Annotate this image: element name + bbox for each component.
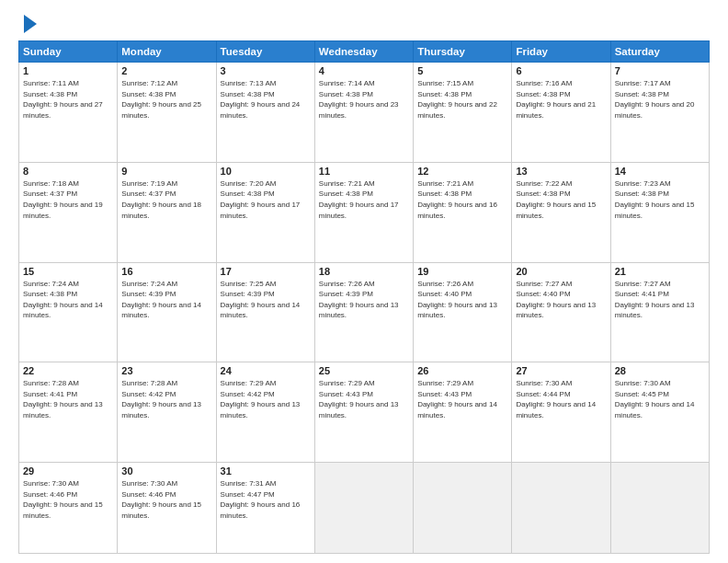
day-info: Sunrise: 7:17 AMSunset: 4:38 PMDaylight:… [615, 79, 695, 120]
page: SundayMondayTuesdayWednesdayThursdayFrid… [0, 0, 728, 563]
day-info: Sunrise: 7:26 AMSunset: 4:39 PMDaylight:… [319, 280, 399, 320]
calendar-cell: 18 Sunrise: 7:26 AMSunset: 4:39 PMDaylig… [314, 262, 413, 362]
calendar-cell: 12 Sunrise: 7:21 AMSunset: 4:38 PMDaylig… [414, 162, 512, 262]
day-number: 28 [615, 365, 705, 376]
day-info: Sunrise: 7:22 AMSunset: 4:38 PMDaylight:… [516, 179, 596, 220]
day-number: 27 [516, 365, 606, 376]
calendar-cell: 10 Sunrise: 7:20 AMSunset: 4:38 PMDaylig… [216, 162, 314, 262]
calendar-week-row: 29 Sunrise: 7:30 AMSunset: 4:46 PMDaylig… [19, 463, 710, 554]
calendar-week-row: 1 Sunrise: 7:11 AMSunset: 4:38 PMDayligh… [19, 63, 710, 163]
day-number: 22 [23, 365, 113, 376]
logo [18, 15, 37, 33]
calendar-week-row: 22 Sunrise: 7:28 AMSunset: 4:41 PMDaylig… [19, 362, 710, 463]
day-number: 31 [221, 465, 311, 477]
calendar-cell [414, 463, 512, 554]
day-info: Sunrise: 7:15 AMSunset: 4:38 PMDaylight:… [417, 79, 497, 120]
day-info: Sunrise: 7:30 AMSunset: 4:44 PMDaylight:… [516, 379, 596, 419]
calendar-cell: 21 Sunrise: 7:27 AMSunset: 4:41 PMDaylig… [610, 262, 709, 362]
calendar-table: SundayMondayTuesdayWednesdayThursdayFrid… [18, 40, 710, 554]
calendar-cell: 31 Sunrise: 7:31 AMSunset: 4:47 PMDaylig… [216, 463, 314, 554]
day-number: 2 [121, 65, 211, 76]
day-number: 10 [221, 166, 311, 177]
calendar-cell: 25 Sunrise: 7:29 AMSunset: 4:43 PMDaylig… [314, 362, 413, 463]
day-info: Sunrise: 7:20 AMSunset: 4:38 PMDaylight:… [221, 179, 301, 220]
calendar-cell: 7 Sunrise: 7:17 AMSunset: 4:38 PMDayligh… [610, 63, 709, 163]
day-info: Sunrise: 7:13 AMSunset: 4:38 PMDaylight:… [221, 79, 301, 120]
calendar-cell: 16 Sunrise: 7:24 AMSunset: 4:39 PMDaylig… [118, 262, 216, 362]
day-number: 19 [417, 266, 507, 277]
day-info: Sunrise: 7:25 AMSunset: 4:39 PMDaylight:… [221, 280, 301, 320]
day-info: Sunrise: 7:14 AMSunset: 4:38 PMDaylight:… [319, 79, 399, 120]
day-info: Sunrise: 7:27 AMSunset: 4:40 PMDaylight:… [516, 280, 596, 320]
calendar-cell: 27 Sunrise: 7:30 AMSunset: 4:44 PMDaylig… [512, 362, 610, 463]
day-number: 11 [319, 166, 409, 177]
day-info: Sunrise: 7:16 AMSunset: 4:38 PMDaylight:… [516, 79, 596, 120]
day-number: 8 [23, 166, 113, 177]
calendar-header-tuesday: Tuesday [216, 41, 314, 63]
calendar-cell: 5 Sunrise: 7:15 AMSunset: 4:38 PMDayligh… [414, 63, 512, 163]
day-info: Sunrise: 7:30 AMSunset: 4:46 PMDaylight:… [121, 479, 201, 520]
day-number: 25 [319, 365, 409, 376]
day-info: Sunrise: 7:19 AMSunset: 4:37 PMDaylight:… [121, 179, 201, 220]
day-number: 26 [417, 365, 507, 376]
day-info: Sunrise: 7:18 AMSunset: 4:37 PMDaylight:… [23, 179, 103, 220]
day-number: 18 [319, 266, 409, 277]
calendar-header-thursday: Thursday [414, 41, 512, 63]
day-number: 24 [221, 365, 311, 376]
day-number: 12 [417, 166, 507, 177]
calendar-cell: 30 Sunrise: 7:30 AMSunset: 4:46 PMDaylig… [118, 463, 216, 554]
day-info: Sunrise: 7:27 AMSunset: 4:41 PMDaylight:… [615, 280, 695, 320]
day-number: 9 [121, 166, 211, 177]
day-number: 17 [221, 266, 311, 277]
day-info: Sunrise: 7:29 AMSunset: 4:42 PMDaylight:… [221, 379, 301, 419]
calendar-cell [610, 463, 709, 554]
logo-triangle-icon [24, 15, 37, 33]
calendar-week-row: 8 Sunrise: 7:18 AMSunset: 4:37 PMDayligh… [19, 162, 710, 262]
calendar-cell: 24 Sunrise: 7:29 AMSunset: 4:42 PMDaylig… [216, 362, 314, 463]
day-number: 1 [23, 65, 113, 76]
calendar-cell: 2 Sunrise: 7:12 AMSunset: 4:38 PMDayligh… [118, 63, 216, 163]
calendar-cell [314, 463, 413, 554]
day-info: Sunrise: 7:12 AMSunset: 4:38 PMDaylight:… [121, 79, 201, 120]
day-info: Sunrise: 7:24 AMSunset: 4:39 PMDaylight:… [121, 280, 201, 320]
day-number: 4 [319, 65, 409, 76]
header [18, 15, 710, 33]
day-number: 5 [417, 65, 507, 76]
calendar-cell [512, 463, 610, 554]
calendar-cell: 14 Sunrise: 7:23 AMSunset: 4:38 PMDaylig… [610, 162, 709, 262]
calendar-header-saturday: Saturday [610, 41, 709, 63]
day-info: Sunrise: 7:29 AMSunset: 4:43 PMDaylight:… [417, 379, 497, 419]
day-info: Sunrise: 7:30 AMSunset: 4:46 PMDaylight:… [23, 479, 103, 520]
calendar-header-sunday: Sunday [19, 41, 118, 63]
day-info: Sunrise: 7:30 AMSunset: 4:45 PMDaylight:… [615, 379, 695, 419]
calendar-cell: 9 Sunrise: 7:19 AMSunset: 4:37 PMDayligh… [118, 162, 216, 262]
day-info: Sunrise: 7:11 AMSunset: 4:38 PMDaylight:… [23, 79, 103, 120]
calendar-cell: 6 Sunrise: 7:16 AMSunset: 4:38 PMDayligh… [512, 63, 610, 163]
calendar-cell: 1 Sunrise: 7:11 AMSunset: 4:38 PMDayligh… [19, 63, 118, 163]
calendar-week-row: 15 Sunrise: 7:24 AMSunset: 4:38 PMDaylig… [19, 262, 710, 362]
calendar-cell: 23 Sunrise: 7:28 AMSunset: 4:42 PMDaylig… [118, 362, 216, 463]
calendar-header-row: SundayMondayTuesdayWednesdayThursdayFrid… [19, 41, 710, 63]
calendar-header-monday: Monday [118, 41, 216, 63]
day-info: Sunrise: 7:24 AMSunset: 4:38 PMDaylight:… [23, 280, 103, 320]
calendar-cell: 11 Sunrise: 7:21 AMSunset: 4:38 PMDaylig… [314, 162, 413, 262]
day-number: 6 [516, 65, 606, 76]
calendar-body: 1 Sunrise: 7:11 AMSunset: 4:38 PMDayligh… [19, 63, 710, 554]
day-info: Sunrise: 7:26 AMSunset: 4:40 PMDaylight:… [417, 280, 497, 320]
day-number: 21 [615, 266, 705, 277]
day-info: Sunrise: 7:28 AMSunset: 4:42 PMDaylight:… [121, 379, 201, 419]
day-number: 7 [615, 65, 705, 76]
day-number: 29 [23, 465, 113, 477]
day-info: Sunrise: 7:23 AMSunset: 4:38 PMDaylight:… [615, 179, 695, 220]
day-number: 30 [121, 465, 211, 477]
calendar-cell: 20 Sunrise: 7:27 AMSunset: 4:40 PMDaylig… [512, 262, 610, 362]
day-info: Sunrise: 7:21 AMSunset: 4:38 PMDaylight:… [417, 179, 497, 220]
calendar-cell: 29 Sunrise: 7:30 AMSunset: 4:46 PMDaylig… [19, 463, 118, 554]
day-number: 13 [516, 166, 606, 177]
calendar-cell: 28 Sunrise: 7:30 AMSunset: 4:45 PMDaylig… [610, 362, 709, 463]
calendar-cell: 4 Sunrise: 7:14 AMSunset: 4:38 PMDayligh… [314, 63, 413, 163]
day-info: Sunrise: 7:21 AMSunset: 4:38 PMDaylight:… [319, 179, 399, 220]
calendar-header-wednesday: Wednesday [314, 41, 413, 63]
calendar-cell: 3 Sunrise: 7:13 AMSunset: 4:38 PMDayligh… [216, 63, 314, 163]
calendar-cell: 19 Sunrise: 7:26 AMSunset: 4:40 PMDaylig… [414, 262, 512, 362]
